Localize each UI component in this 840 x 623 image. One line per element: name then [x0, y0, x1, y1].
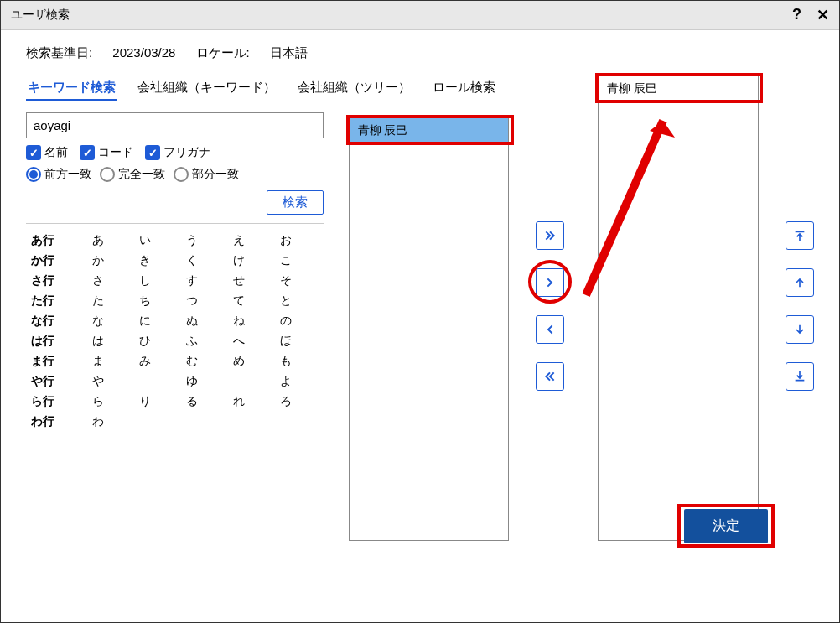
user-search-dialog: ユーザ検索 ? ✕ 検索基準日: 2023/03/28 ロケール: 日本語 キー… — [0, 0, 840, 623]
kana-cell[interactable]: え — [229, 233, 249, 248]
check-kana[interactable]: ✓ フリガナ — [145, 145, 210, 160]
kana-cell[interactable]: た — [88, 293, 108, 309]
kana-cell[interactable]: ま — [88, 354, 108, 369]
selected-item[interactable]: 青柳 辰巳 — [599, 76, 758, 101]
move-up-button[interactable] — [786, 268, 814, 297]
chevron-right-icon — [543, 276, 557, 289]
tab-org-tree[interactable]: 会社組織（ツリー） — [296, 76, 412, 101]
tab-role-search[interactable]: ロール検索 — [431, 76, 497, 101]
locale-label: ロケール: — [196, 45, 250, 60]
kana-cell[interactable]: ゆ — [182, 374, 202, 389]
kana-row-head: ら行 — [31, 394, 61, 409]
radio-unselected-icon — [100, 167, 115, 182]
kana-cell[interactable]: む — [182, 354, 202, 369]
kana-cell[interactable]: よ — [276, 374, 296, 389]
kana-row-head: や行 — [31, 374, 61, 389]
kana-cell[interactable]: み — [135, 354, 155, 369]
keyword-input[interactable] — [26, 112, 324, 138]
kana-cell[interactable]: わ — [88, 414, 108, 429]
checkbox-checked-icon: ✓ — [80, 145, 95, 160]
kana-cell[interactable]: せ — [229, 273, 249, 288]
search-button[interactable]: 検索 — [267, 190, 324, 215]
radio-prefix[interactable]: 前方一致 — [26, 167, 91, 182]
window-title: ユーザ検索 — [11, 8, 70, 23]
check-code[interactable]: ✓ コード — [80, 145, 133, 160]
kana-cell[interactable]: て — [229, 293, 249, 309]
kana-cell[interactable]: お — [276, 233, 296, 248]
kana-row-head: あ行 — [31, 233, 61, 248]
checkbox-checked-icon: ✓ — [145, 145, 160, 160]
kana-cell[interactable]: り — [135, 394, 155, 409]
checkbox-checked-icon: ✓ — [26, 145, 41, 160]
kana-cell[interactable]: か — [88, 253, 108, 268]
kana-cell[interactable]: す — [182, 273, 202, 288]
move-buttons-column — [536, 221, 564, 541]
kana-cell[interactable]: は — [88, 334, 108, 349]
kana-cell[interactable]: し — [135, 273, 155, 288]
kana-cell[interactable]: く — [182, 253, 202, 268]
remove-all-button[interactable] — [536, 362, 564, 391]
move-down-button[interactable] — [786, 315, 814, 344]
kana-row-head: か行 — [31, 253, 61, 268]
kana-row-head: は行 — [31, 334, 61, 349]
kana-cell[interactable]: や — [88, 374, 108, 389]
kana-cell[interactable]: る — [182, 394, 202, 409]
add-all-button[interactable] — [536, 221, 564, 250]
kana-cell[interactable]: ち — [135, 293, 155, 309]
help-icon[interactable]: ? — [792, 6, 801, 24]
kana-cell[interactable]: い — [135, 233, 155, 248]
move-top-button[interactable] — [786, 221, 814, 250]
add-one-button[interactable] — [536, 268, 564, 297]
search-date-value: 2023/03/28 — [112, 45, 175, 60]
kana-cell[interactable]: あ — [88, 233, 108, 248]
kana-cell[interactable]: め — [229, 354, 249, 369]
kana-row-head: た行 — [31, 293, 61, 309]
arrow-top-icon — [793, 229, 806, 242]
remove-one-button[interactable] — [536, 315, 564, 344]
kana-cell[interactable]: ふ — [182, 334, 202, 349]
close-icon[interactable]: ✕ — [817, 6, 829, 24]
radio-selected-icon — [26, 167, 41, 182]
tab-org-keyword[interactable]: 会社組織（キーワード） — [136, 76, 277, 101]
kana-cell[interactable]: ひ — [135, 334, 155, 349]
radio-exact[interactable]: 完全一致 — [100, 167, 165, 182]
kana-cell[interactable]: へ — [229, 334, 249, 349]
kana-cell[interactable]: き — [135, 253, 155, 268]
kana-cell[interactable]: ね — [229, 314, 249, 329]
order-buttons-column — [786, 221, 814, 541]
kana-cell — [229, 414, 249, 429]
kana-cell[interactable]: れ — [229, 394, 249, 409]
search-results-list[interactable]: 青柳 辰巳 — [349, 117, 510, 541]
decide-button[interactable]: 決定 — [684, 509, 768, 543]
kana-row-head: さ行 — [31, 273, 61, 288]
kana-cell[interactable]: さ — [88, 273, 108, 288]
kana-table: あ行あいうえお か行かきくけこ さ行さしすせそ た行たちつてと な行なにぬねの … — [26, 223, 324, 432]
kana-cell[interactable]: け — [229, 253, 249, 268]
tab-keyword-search[interactable]: キーワード検索 — [26, 76, 117, 101]
result-item[interactable]: 青柳 辰巳 — [350, 118, 509, 143]
info-row: 検索基準日: 2023/03/28 ロケール: 日本語 — [26, 45, 814, 61]
move-bottom-button[interactable] — [786, 362, 814, 391]
kana-cell — [276, 414, 296, 429]
kana-cell[interactable]: う — [182, 233, 202, 248]
check-name[interactable]: ✓ 名前 — [26, 145, 68, 160]
kana-row-head: ま行 — [31, 354, 61, 369]
selected-users-list[interactable]: 青柳 辰巳 — [598, 75, 759, 541]
kana-cell — [182, 414, 202, 429]
kana-cell[interactable]: と — [276, 293, 296, 309]
arrow-bottom-icon — [793, 370, 806, 383]
kana-cell[interactable]: ら — [88, 394, 108, 409]
radio-unselected-icon — [174, 167, 189, 182]
radio-partial[interactable]: 部分一致 — [174, 167, 239, 182]
kana-cell[interactable]: ぬ — [182, 314, 202, 329]
double-chevron-right-icon — [543, 229, 557, 242]
kana-cell[interactable]: の — [276, 314, 296, 329]
kana-cell[interactable]: つ — [182, 293, 202, 309]
kana-cell[interactable]: そ — [276, 273, 296, 288]
kana-cell[interactable]: ほ — [276, 334, 296, 349]
kana-cell[interactable]: に — [135, 314, 155, 329]
kana-cell[interactable]: ろ — [276, 394, 296, 409]
kana-cell[interactable]: こ — [276, 253, 296, 268]
kana-cell[interactable]: も — [276, 354, 296, 369]
kana-cell[interactable]: な — [88, 314, 108, 329]
